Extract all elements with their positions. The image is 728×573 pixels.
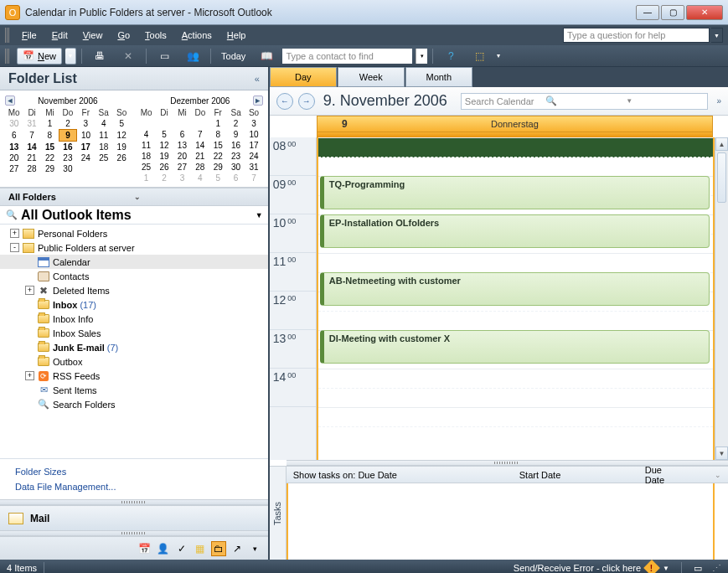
calendar-day[interactable]: 20 <box>5 152 23 163</box>
calendar-day[interactable]: 3 <box>245 118 262 129</box>
resize-grip-icon[interactable]: ⋰ <box>712 563 721 574</box>
today-button[interactable]: Today <box>216 48 250 65</box>
calendar-day[interactable]: 19 <box>155 151 173 162</box>
dropdown-icon[interactable]: ▼ <box>256 211 263 219</box>
calendar-day[interactable]: 30 <box>5 118 23 130</box>
scroll-down-button[interactable]: ▼ <box>715 447 728 460</box>
calendar-day[interactable] <box>173 118 191 129</box>
help-search-dropdown[interactable]: ▼ <box>711 28 723 43</box>
calendar-day[interactable]: 4 <box>191 173 209 183</box>
appointment-area[interactable]: TQ-ProgrammingEP-Installation OLfoldersA… <box>317 137 715 460</box>
folder-tree-item[interactable]: Outbox <box>0 354 268 369</box>
calendar-day[interactable]: 2 <box>155 173 173 183</box>
prev-day-button[interactable]: ← <box>276 93 293 110</box>
folder-tree-item[interactable]: +⟳RSS Feeds <box>0 369 268 383</box>
tasks-col-start[interactable]: Start Date <box>519 470 595 480</box>
folder-tree-item[interactable]: Junk E-mail (7) <box>0 340 268 354</box>
calendar-day[interactable]: 18 <box>137 151 155 162</box>
prev-month-button[interactable]: ◄ <box>5 96 15 106</box>
folder-tree-item[interactable]: +✖Deleted Items <box>0 283 268 297</box>
calendar-day[interactable]: 3 <box>173 173 191 183</box>
tab-month[interactable]: Month <box>405 67 472 87</box>
scroll-up-button[interactable]: ▲ <box>715 137 728 151</box>
configure-buttons-icon菜[interactable]: ▾ <box>248 541 263 556</box>
tree-expander[interactable]: + <box>25 286 34 295</box>
contacts-module-icon[interactable]: 👤 <box>156 541 171 556</box>
folder-tree-item[interactable]: Inbox (17) <box>0 297 268 312</box>
next-month-button[interactable]: ► <box>253 96 263 106</box>
toolbar-grip[interactable] <box>5 49 10 64</box>
calendar-day[interactable]: 12 <box>155 140 173 151</box>
calendar-day[interactable]: 1 <box>41 118 59 130</box>
new-button[interactable]: 📅 New <box>17 48 62 65</box>
toolbar-overflow[interactable]: ▾ <box>495 48 502 65</box>
calendar-day[interactable]: 8 <box>41 130 59 142</box>
customize-button[interactable]: ⬚ <box>467 48 492 65</box>
calendar-day[interactable]: 18 <box>95 142 112 153</box>
calendar-day[interactable]: 27 <box>173 162 191 173</box>
calendar-day[interactable]: 3 <box>77 118 95 130</box>
calendar-day[interactable]: 12 <box>112 130 130 142</box>
calendar-day[interactable]: 13 <box>5 142 23 153</box>
calendar-day[interactable]: 9 <box>59 130 76 142</box>
tasks-list[interactable] <box>287 483 715 560</box>
calendar-day[interactable]: 8 <box>209 129 227 140</box>
permissions-button[interactable]: 👥 <box>180 48 205 65</box>
calendar-day[interactable]: 23 <box>59 152 76 163</box>
calendar-day[interactable] <box>155 118 173 129</box>
categorize-button[interactable]: ▭ <box>152 48 177 65</box>
maximize-button[interactable]: ▢ <box>661 5 684 20</box>
vertical-scrollbar[interactable]: ▲ ▼ <box>715 137 728 460</box>
menu-actions[interactable]: Actions <box>175 28 219 42</box>
tree-expander[interactable]: - <box>10 243 19 252</box>
mail-module-button[interactable]: Mail <box>0 505 268 530</box>
new-button-dropdown[interactable]: ▼ <box>65 48 76 65</box>
calendar-day[interactable]: 1 <box>209 118 227 129</box>
menu-go[interactable]: Go <box>111 28 137 42</box>
status-error-text[interactable]: Send/Receive Error - click here <box>514 563 641 573</box>
calendar-day[interactable]: 7 <box>191 129 209 140</box>
calendar-day[interactable] <box>112 163 130 174</box>
calendar-day[interactable]: 10 <box>245 129 262 140</box>
calendar-day[interactable]: 28 <box>191 162 209 173</box>
data-file-management-link[interactable]: Data File Management... <box>0 479 268 494</box>
status-progress-icon[interactable]: ▭ <box>694 563 702 574</box>
calendar-day[interactable]: 4 <box>95 118 112 130</box>
all-outlook-items-row[interactable]: 🔍 All Outlook Items ▼ <box>0 206 268 225</box>
tab-week[interactable]: Week <box>338 67 405 87</box>
calendar-day[interactable]: 6 <box>227 173 245 183</box>
calendar-day[interactable]: 21 <box>191 151 209 162</box>
folder-tree-item[interactable]: -Public Folders at server <box>0 240 268 255</box>
next-day-button[interactable]: → <box>298 93 315 110</box>
calendar-day[interactable]: 13 <box>173 140 191 151</box>
calendar-day[interactable]: 7 <box>245 173 262 183</box>
menu-help[interactable]: Help <box>220 28 253 42</box>
calendar-day[interactable]: 5 <box>209 173 227 183</box>
folder-tree-item[interactable]: Contacts <box>0 269 268 283</box>
calendar-day[interactable]: 31 <box>23 118 40 130</box>
scroll-thumb[interactable] <box>717 152 726 203</box>
tab-day[interactable]: Day <box>270 67 337 87</box>
calendar-day[interactable]: 24 <box>77 152 95 163</box>
calendar-day[interactable]: 5 <box>112 118 130 130</box>
folder-tree-item[interactable]: 🔍Search Folders <box>0 397 268 411</box>
folder-tree-item[interactable]: Inbox Info <box>0 312 268 326</box>
expand-chevron-icon[interactable]: » <box>716 96 721 106</box>
nav-splitter[interactable] <box>0 499 268 505</box>
calendar-day[interactable]: 28 <box>23 163 40 174</box>
calendar-day[interactable]: 14 <box>23 142 40 153</box>
calendar-day[interactable] <box>77 163 95 174</box>
appointment[interactable]: TQ-Programming <box>320 176 710 209</box>
calendar-day[interactable] <box>191 118 209 129</box>
appointment[interactable]: AB-Netmeeting with customer <box>320 272 710 306</box>
calendar-day[interactable]: 6 <box>5 130 23 142</box>
tasks-module-icon[interactable]: ✓ <box>174 541 189 556</box>
menu-file[interactable]: File <box>15 28 44 42</box>
calendar-day[interactable]: 22 <box>209 151 227 162</box>
calendar-module-icon[interactable]: 📅 <box>137 541 152 556</box>
calendar-day[interactable]: 2 <box>59 118 76 130</box>
calendar-day[interactable]: 7 <box>23 130 40 142</box>
print-button[interactable]: 🖶 <box>87 48 112 65</box>
tree-expander[interactable]: + <box>25 371 34 380</box>
warning-icon[interactable]: ! <box>643 560 660 573</box>
